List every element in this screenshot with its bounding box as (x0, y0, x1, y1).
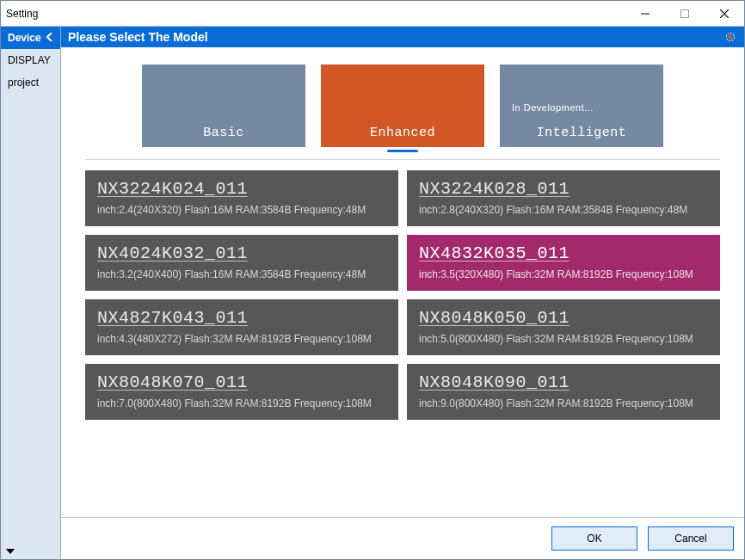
ok-button[interactable]: OK (551, 526, 637, 551)
category-enhanced[interactable]: Enhanced (321, 65, 484, 147)
model-card[interactable]: NX4827K043_011inch:4.3(480X272) Flash:32… (85, 299, 398, 355)
window-minimize-button[interactable] (625, 1, 665, 26)
window-titlebar: Setting (1, 1, 744, 27)
sidebar-item-device[interactable]: Device (1, 27, 60, 49)
category-label: Intelligent (537, 126, 627, 140)
model-name: NX4832K035_011 (419, 243, 708, 263)
category-row: Basic Enhanced In Development... Intelli… (85, 65, 720, 147)
model-card[interactable]: NX8048K050_011inch:5.0(800X480) Flash:32… (407, 299, 720, 355)
model-spec: inch:4.3(480X272) Flash:32M RAM:8192B Fr… (97, 333, 386, 345)
category-note: In Development... (512, 102, 594, 113)
model-spec: inch:7.0(800X480) Flash:32M RAM:8192B Fr… (97, 397, 386, 409)
dialog-footer: OK Cancel (61, 517, 744, 559)
cancel-button[interactable]: Cancel (648, 526, 734, 551)
model-spec: inch:2.8(240X320) Flash:16M RAM:3584B Fr… (419, 204, 708, 216)
category-intelligent[interactable]: In Development... Intelligent (500, 65, 663, 147)
window-title: Setting (6, 8, 625, 20)
sidebar-item-label: project (8, 77, 39, 89)
category-basic[interactable]: Basic (142, 65, 305, 147)
sidebar-item-label: Device (8, 32, 41, 44)
model-grid: NX3224K024_011inch:2.4(240X320) Flash:16… (85, 170, 720, 420)
model-spec: inch:9.0(800X480) Flash:32M RAM:8192B Fr… (419, 397, 708, 409)
sidebar-spacer (1, 94, 60, 544)
sidebar-expand-button[interactable] (1, 544, 60, 559)
model-name: NX4827K043_011 (97, 308, 386, 328)
category-label: Basic (203, 126, 244, 140)
model-name: NX8048K070_011 (97, 372, 386, 392)
model-card[interactable]: NX8048K070_011inch:7.0(800X480) Flash:32… (85, 364, 398, 420)
model-card[interactable]: NX3224K028_011inch:2.8(240X320) Flash:16… (407, 170, 720, 226)
model-card[interactable]: NX4832K035_011inch:3.5(320X480) Flash:32… (407, 235, 720, 291)
model-name: NX3224K028_011 (419, 179, 708, 199)
sidebar-item-project[interactable]: project (1, 71, 60, 94)
category-selected-indicator (387, 150, 418, 152)
model-spec: inch:2.4(240X320) Flash:16M RAM:3584B Fr… (97, 204, 386, 216)
close-icon (720, 9, 729, 18)
window-close-button[interactable] (705, 1, 744, 26)
model-spec: inch:5.0(800X480) Flash:32M RAM:8192B Fr… (419, 333, 708, 345)
model-name: NX3224K024_011 (97, 179, 386, 199)
divider (85, 159, 720, 160)
model-spec: inch:3.5(320X480) Flash:32M RAM:8192B Fr… (419, 268, 708, 280)
sidebar-item-label: DISPLAY (8, 54, 51, 66)
model-name: NX8048K090_011 (419, 372, 708, 392)
sidebar-item-display[interactable]: DISPLAY (1, 49, 60, 71)
model-name: NX8048K050_011 (419, 308, 708, 328)
chevron-down-icon (6, 547, 15, 556)
model-spec: inch:3.2(240X400) Flash:16M RAM:3584B Fr… (97, 268, 386, 280)
model-card[interactable]: NX3224K024_011inch:2.4(240X320) Flash:16… (85, 170, 398, 226)
settings-icon[interactable] (723, 30, 737, 44)
maximize-icon (680, 9, 689, 18)
content-header: Please Select The Model (61, 27, 744, 47)
page-title: Please Select The Model (68, 30, 208, 44)
content-area: Please Select The Model Basic Enhanced (61, 27, 744, 559)
svg-point-1 (728, 34, 732, 39)
svg-rect-0 (681, 9, 689, 17)
minimize-icon (641, 9, 650, 18)
model-card[interactable]: NX8048K090_011inch:9.0(800X480) Flash:32… (407, 364, 720, 420)
model-card[interactable]: NX4024K032_011inch:3.2(240X400) Flash:16… (85, 235, 398, 291)
chevron-left-icon (46, 32, 53, 44)
model-name: NX4024K032_011 (97, 243, 386, 263)
sidebar: Device DISPLAY project (1, 27, 61, 559)
window-maximize-button (665, 1, 705, 26)
category-label: Enhanced (370, 126, 435, 140)
